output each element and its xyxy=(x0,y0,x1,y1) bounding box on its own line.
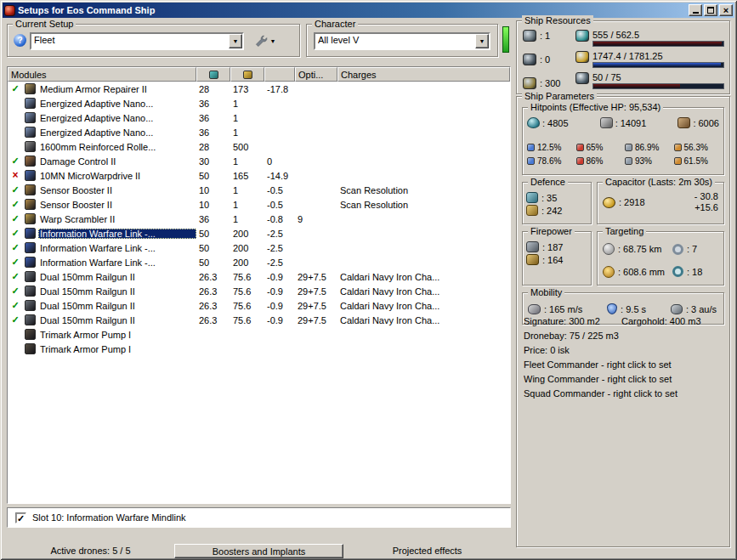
slot-counts: : 1: 0: 300 xyxy=(523,30,570,89)
max-velocity: : 165 m/s xyxy=(528,303,582,314)
wing-commander-text[interactable]: Wing Commander - right click to set xyxy=(524,374,726,388)
column-header-cpu[interactable] xyxy=(196,67,230,82)
em-resist-cell: 12.5%78.6% xyxy=(526,140,575,167)
capacitor-recharge: +15.6 xyxy=(694,202,718,213)
hull-icon xyxy=(677,117,690,128)
defence-label: Defence xyxy=(528,177,568,188)
shield-resist-line: 56.3% xyxy=(674,140,722,154)
module-name: Sensor Booster II xyxy=(38,200,196,210)
module-row[interactable]: ✓Information Warfare Link -...50200-2.5 xyxy=(8,226,510,240)
turret-hardpoints-icon xyxy=(523,30,536,42)
explosive-resist-icon xyxy=(674,157,682,165)
module-row[interactable]: ✓Dual 150mm Railgun II26.375.6-0.929+7.5… xyxy=(8,313,510,327)
scan-resolution-value: : 608.6 mm xyxy=(618,267,665,277)
skill-level-indicator xyxy=(502,26,509,53)
resource-bar-value: 1747.4 / 1781.25 xyxy=(592,51,724,61)
module-capacitor-value: -0.8 xyxy=(264,214,295,224)
module-capacitor-value: -2.5 xyxy=(264,243,295,253)
shield-icon xyxy=(527,117,540,128)
module-row[interactable]: ✓Sensor Booster II101-0.5Scan Resolution xyxy=(8,183,510,197)
cpu-icon xyxy=(575,30,589,42)
sensor-strength: : 18 xyxy=(672,266,718,277)
column-header-powergrid[interactable] xyxy=(230,67,264,82)
module-active-icon: ✓ xyxy=(8,314,23,326)
module-cpu-value: 28 xyxy=(196,142,230,152)
module-cpu-value: 26.3 xyxy=(196,272,230,282)
info-line-1: Signature: 300 m2 Cargohold: 400 m3 xyxy=(524,316,726,331)
fleet-commander-text[interactable]: Fleet Commander - right click to set xyxy=(524,359,726,374)
column-header-capacitor[interactable] xyxy=(264,67,295,82)
module-cpu-value: 36 xyxy=(196,113,230,123)
module-capacitor-value: -0.9 xyxy=(264,315,295,325)
capacitor-amount: : 2918 xyxy=(603,193,645,212)
module-row[interactable]: Trimark Armor Pump I xyxy=(8,327,510,342)
current-setup-label: Current Setup xyxy=(13,19,76,30)
targeting-content: : 68.75 km : 7 : 608.6 mm : 18 xyxy=(599,238,722,283)
module-type-icon xyxy=(25,213,36,224)
character-combobox-arrow-icon[interactable]: ▼ xyxy=(475,34,489,48)
column-header-charges[interactable]: Charges xyxy=(337,67,510,82)
kinetic-resist-cell: 86.9%93% xyxy=(624,140,673,167)
slot10-checkbox[interactable]: ✓ xyxy=(15,512,26,523)
projected-effects-tab[interactable]: Projected effects xyxy=(343,544,511,558)
shield-resist-line: 86.9% xyxy=(625,140,672,154)
module-row[interactable]: ✓Dual 150mm Railgun II26.375.6-0.929+7.5… xyxy=(8,284,510,298)
close-button[interactable]: × xyxy=(719,4,733,16)
module-row[interactable]: 1600mm Reinforced Rolle...28500 xyxy=(8,139,510,154)
resource-slot: : 1 xyxy=(523,30,570,42)
shield-resist-value: 65% xyxy=(587,143,604,152)
module-type-icon xyxy=(25,127,36,138)
boosters-implants-tab[interactable]: Boosters and Implants xyxy=(174,544,343,558)
setup-tools-button[interactable]: ▼ xyxy=(249,31,281,50)
dronebay-icon xyxy=(575,72,589,84)
module-cpu-value: 50 xyxy=(196,243,230,253)
module-row[interactable]: Energized Adaptive Nano...361 xyxy=(8,110,510,125)
module-row[interactable]: Trimark Armor Pump I xyxy=(8,342,510,356)
squad-commander-text[interactable]: Squad Commander - right click to set xyxy=(524,388,726,403)
module-type-icon xyxy=(25,228,36,239)
speed-icon xyxy=(528,304,541,314)
dronebay-text: Dronebay: 75 / 225 m3 xyxy=(524,331,726,345)
module-capacitor-value: -0.5 xyxy=(264,185,295,195)
module-row[interactable]: Energized Adaptive Nano...361 xyxy=(8,96,510,110)
maximize-button[interactable] xyxy=(704,4,717,16)
app-window: Setups for Eos Command Ship × Current Se… xyxy=(0,0,737,560)
ship-info: Signature: 300 m2 Cargohold: 400 m3 Dron… xyxy=(524,316,726,403)
active-drones-tab[interactable]: Active drones: 5 / 5 xyxy=(7,544,174,558)
module-name: Dual 150mm Railgun II xyxy=(38,301,196,311)
module-row[interactable]: Energized Adaptive Nano...361 xyxy=(8,125,510,139)
targeting-label: Targeting xyxy=(603,226,646,237)
module-name: Dual 150mm Railgun II xyxy=(38,286,196,297)
targeting-group: Targeting : 68.75 km : 7 : 608.6 mm : 18 xyxy=(597,231,724,286)
module-active-icon: ✓ xyxy=(8,212,23,225)
setup-combobox-arrow-icon[interactable]: ▼ xyxy=(229,34,242,48)
module-type-icon xyxy=(25,271,36,282)
help-icon[interactable]: ? xyxy=(14,34,26,47)
column-header-modules[interactable]: Modules xyxy=(8,67,196,82)
thermal-resist-icon xyxy=(576,144,584,151)
minimize-button[interactable] xyxy=(689,4,702,16)
module-row[interactable]: ✓Medium Armor Repairer II28173-17.8 xyxy=(8,82,510,96)
resource-bar-column: 50 / 75 xyxy=(592,72,724,89)
shield-resist-line: 12.5% xyxy=(527,140,575,154)
module-row[interactable]: ✓Sensor Booster II101-0.5Scan Resolution xyxy=(8,197,510,212)
module-name: Sensor Booster II xyxy=(38,185,196,195)
signature-text: Signature: 300 m2 xyxy=(524,316,600,326)
module-optimal-value: 29+7.5 xyxy=(295,315,337,325)
module-row[interactable]: ×10MN MicroWarpdrive II50165-14.9 xyxy=(8,168,510,183)
setup-combobox[interactable]: Fleet ▼ xyxy=(30,32,244,50)
hitpoints-label: Hitpoints (Effective HP: 95,534) xyxy=(528,102,663,113)
module-type-icon xyxy=(25,184,36,195)
em-resist-icon xyxy=(527,144,535,151)
module-row[interactable]: ✓Dual 150mm Railgun II26.375.6-0.929+7.5… xyxy=(8,298,510,313)
module-row[interactable]: ✓Damage Control II3010 xyxy=(8,154,510,168)
module-row[interactable]: ✓Dual 150mm Railgun II26.375.6-0.929+7.5… xyxy=(8,269,510,284)
column-header-optimal[interactable]: Opti... xyxy=(295,67,337,82)
module-row[interactable]: ✓Warp Scrambler II361-0.89 xyxy=(8,212,510,226)
module-row[interactable]: ✓Information Warfare Link -...50200-2.5 xyxy=(8,240,510,255)
module-row[interactable]: ✓Information Warfare Link -...50200-2.5 xyxy=(8,255,510,269)
defence-row-armor: : 242 xyxy=(526,205,587,216)
scan-resolution: : 608.6 mm xyxy=(603,266,666,278)
character-combobox[interactable]: All level V ▼ xyxy=(314,32,490,50)
titlebar[interactable]: Setups for Eos Command Ship × xyxy=(3,3,734,18)
